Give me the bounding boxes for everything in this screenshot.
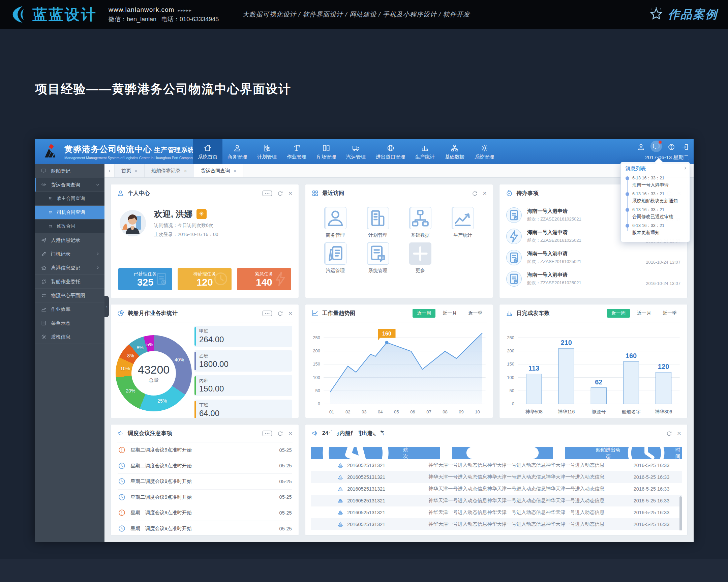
stat-tile-待处理任务[interactable]: 待处理任务120 (178, 268, 232, 290)
tab-close-icon[interactable]: × (234, 168, 237, 174)
alert-icon (118, 446, 126, 454)
clock-icon (118, 462, 126, 470)
card-workload: 工作量趋势图 近一周近一月近一季 05010015020025001020304… (305, 304, 493, 418)
close-icon[interactable]: × (288, 309, 292, 317)
sidebar-item-货运合同查询[interactable]: 货运合同查询 (35, 178, 104, 192)
quick-item-系统管理[interactable]: 系统管理 (357, 243, 399, 274)
table-row[interactable]: 20160525131321神华天津一号进入动态信息神华天津一号进入动态信息神华… (311, 471, 682, 483)
last-login: 上次登录：2016-10-16 16：00 (154, 232, 218, 238)
tab-货运合同查询[interactable]: 货运合同查询× (194, 164, 244, 177)
tab-close-icon[interactable]: × (184, 168, 187, 174)
tab-scroll-left-icon[interactable] (104, 164, 114, 177)
meeting-item[interactable]: 星期二调度会议9点准时开始05-25 (118, 458, 292, 474)
todo-item[interactable]: 海南一号入港申请船次：ZZASE201610250212016-10-24 13… (506, 268, 680, 289)
table-row[interactable]: 20160525131321神华天津一号进入动态信息神华天津一号进入动态信息神华… (311, 530, 682, 530)
sidebar-item-雇主合同查询[interactable]: 雇主合同查询 (35, 192, 104, 206)
user-icon[interactable] (637, 143, 645, 151)
card-personal: 个人中心 × 欢迎, 洪娜 ☀ (110, 184, 299, 298)
sidebar-item-船舶登记[interactable]: 船舶登记 (35, 164, 104, 178)
todo-item[interactable]: 海南一号入港申请船次：ZZASE201610250212016-10-24 13… (506, 247, 680, 268)
table-header: 航次船舶进出动态时间 (311, 447, 682, 459)
quick-item-生产统计[interactable]: 生产统计 (442, 207, 484, 238)
nav-item-计划管理[interactable]: 计划管理 (252, 139, 282, 164)
banner-arrows: ▸▸▸▸▸ (178, 8, 192, 13)
table-row[interactable]: 20160525131321神华天津一号进入动态信息神华天津一号进入动态信息神华… (311, 459, 682, 471)
nav-item-库场管理[interactable]: 库场管理 (311, 139, 341, 164)
sidebar-item-修改合同[interactable]: 修改合同 (35, 220, 104, 233)
help-icon[interactable] (667, 143, 675, 151)
table-row[interactable]: 20160525131321神华天津一号进入动态信息神华天津一号进入动态信息神华… (311, 506, 682, 518)
docclock-icon (263, 144, 271, 152)
table-row[interactable]: 20160525131321神华天津一号进入动态信息神华天津一号进入动态信息神华… (311, 483, 682, 495)
message-item[interactable]: 6-13 16：33：21合同修改已通过审核 (626, 207, 690, 220)
close-icon[interactable]: × (483, 189, 487, 197)
check-clock-icon (505, 189, 513, 197)
nav-item-系统管理[interactable]: 系统管理 (469, 139, 499, 164)
tab-首页[interactable]: 首页× (114, 164, 145, 177)
nav-item-系统首页[interactable]: 系统首页 (193, 139, 223, 164)
refresh-icon[interactable] (471, 190, 478, 197)
meeting-item[interactable]: 星期二调度会议9点准时开始05-25 (118, 442, 292, 458)
stat-tile-紧急任务[interactable]: 紧急任务140 (237, 268, 291, 290)
meeting-item[interactable]: 星期二调度会议9点准时开始05-25 (118, 521, 292, 536)
quick-item-汽运管理[interactable]: 汽运管理 (314, 243, 357, 274)
nav-item-商务管理[interactable]: 商务管理 (223, 139, 252, 164)
message-icon[interactable] (650, 141, 662, 152)
refresh-icon[interactable] (277, 310, 283, 317)
sidebar-item-入港信息记录[interactable]: 入港信息记录 (35, 233, 104, 247)
sidebar-item-物流中心平面图[interactable]: 物流中心平面图 (35, 289, 104, 302)
nav-item-作业管理[interactable]: 作业管理 (282, 139, 311, 164)
bolt-icon (506, 229, 522, 244)
sidebar-item-作业效率[interactable]: 作业效率 (35, 302, 104, 316)
more-icon[interactable] (262, 430, 272, 437)
message-item[interactable]: 6-13 16：33：21系统船舶模块更新通知 (626, 191, 690, 204)
workload-filter-近一季[interactable]: 近一季 (464, 309, 487, 318)
sidebar-item-菜单示意[interactable]: 菜单示意 (35, 316, 104, 330)
logout-icon[interactable] (681, 143, 689, 151)
tab-船舶停靠记录[interactable]: 船舶停靠记录× (145, 164, 194, 177)
message-item[interactable]: 6-13 16：33：21海南一号入港申请 (626, 175, 690, 188)
refresh-icon[interactable] (277, 430, 283, 437)
table-row[interactable]: 20160525131321神华天津一号进入动态信息神华天津一号进入动态信息神华… (311, 495, 682, 506)
footer-strip (0, 559, 728, 582)
handshake-icon (41, 182, 47, 188)
nav-item-进出道口管理[interactable]: 进出道口管理 (371, 139, 410, 164)
sidebar-item-装船作业委托[interactable]: 装船作业委托 (35, 275, 104, 289)
tab-close-icon[interactable]: × (134, 168, 137, 174)
meeting-item[interactable]: 星期二调度会议9点准时开始05-25 (118, 489, 292, 505)
nav-item-生产统计[interactable]: 生产统计 (410, 139, 440, 164)
banner-cases[interactable]: 作品案例 (648, 7, 718, 22)
quick-item-商务管理[interactable]: 商务管理 (314, 207, 357, 238)
sidebar-item-质检信息[interactable]: 质检信息 (35, 330, 104, 344)
workload-filter-近一月[interactable]: 近一月 (438, 309, 461, 318)
departures-filter-近一周[interactable]: 近一周 (607, 309, 630, 318)
refresh-icon[interactable] (277, 190, 283, 197)
banner-wechat: 微信：ben_lanlan (108, 16, 156, 23)
docIcon-icon (506, 271, 522, 287)
more-icon[interactable] (262, 190, 272, 197)
more-icon[interactable] (262, 310, 272, 317)
stat-tile-已处理任务[interactable]: 已处理任务325 (118, 268, 172, 290)
sidebar-item-司机合同查询[interactable]: 司机合同查询 (35, 206, 104, 220)
card-departures: 日完成发车数 近一周近一月近一季 050100150200250113神华508… (499, 304, 687, 418)
close-icon[interactable]: × (288, 189, 292, 197)
meeting-item[interactable]: 星期二调度会议9点准时开始05-25 (118, 505, 292, 521)
table-row[interactable]: 20160525131321神华天津一号进入动态信息神华天津一号进入动态信息神华… (311, 518, 682, 530)
meeting-item[interactable]: 星期二调度会议9点准时开始05-25 (118, 474, 292, 489)
svg-text:07: 07 (426, 409, 431, 414)
workload-filter-近一周[interactable]: 近一周 (413, 309, 436, 318)
chevron-right-icon[interactable] (683, 166, 687, 170)
departures-filter-近一月[interactable]: 近一月 (633, 309, 655, 318)
message-item[interactable]: 6-13 16：33：21版本更新通知 (626, 223, 690, 236)
quick-item-更多[interactable]: 更多 (399, 243, 442, 274)
nav-item-基础数据[interactable]: 基础数据 (440, 139, 469, 164)
table-scrollbar[interactable] (679, 496, 682, 530)
sidebar-item-离港信息登记[interactable]: 离港信息登记 (35, 261, 104, 275)
nav-item-汽运管理[interactable]: 汽运管理 (341, 139, 371, 164)
sidebar-item-门机记录[interactable]: 门机记录 (35, 247, 104, 261)
quick-item-计划管理[interactable]: 计划管理 (357, 207, 399, 238)
banner-url[interactable]: www.lanlanwork.com (108, 6, 174, 13)
quick-item-基础数据[interactable]: 基础数据 (399, 207, 442, 238)
close-icon[interactable]: × (288, 429, 292, 437)
departures-filter-近一季[interactable]: 近一季 (658, 309, 681, 318)
